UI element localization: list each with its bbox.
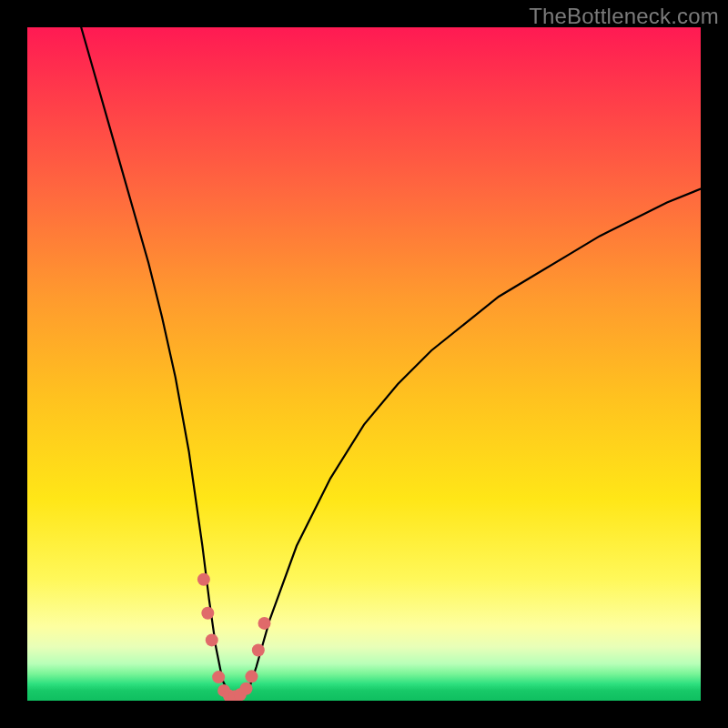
chart-svg: [27, 27, 701, 701]
chart-frame: TheBottleneck.com: [0, 0, 728, 728]
marker-point: [212, 671, 225, 683]
watermark-text: TheBottleneck.com: [529, 4, 719, 29]
marker-point: [245, 670, 258, 682]
marker-point: [206, 633, 218, 646]
marker-point: [240, 682, 253, 695]
marker-point: [197, 573, 210, 586]
marker-point: [258, 617, 270, 630]
marker-point: [252, 644, 265, 657]
plot-area: [27, 27, 701, 701]
marker-point: [201, 607, 214, 620]
bottleneck-curve: [81, 27, 701, 697]
